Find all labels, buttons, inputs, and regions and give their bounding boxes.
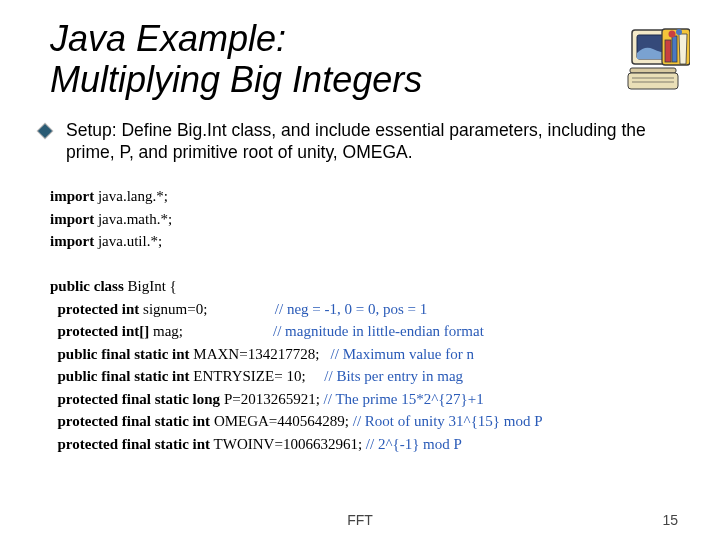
svg-rect-3: [628, 73, 678, 89]
keyword: protected final static int: [58, 413, 211, 429]
comment: // magnitude in little-endian format: [273, 323, 484, 339]
code-text: mag;: [153, 323, 183, 339]
keyword: import: [50, 188, 94, 204]
title-line-2: Multiplying Big Integers: [50, 59, 422, 100]
code-text: TWOINV=1006632961;: [214, 436, 362, 452]
footer-label: FFT: [0, 512, 720, 528]
bullet-item: Setup: Define Big.Int class, and include…: [40, 120, 680, 164]
bullet-diamond-icon: [38, 124, 52, 138]
code-text: ENTRYSIZE= 10;: [193, 368, 305, 384]
comment: // neg = -1, 0 = 0, pos = 1: [275, 301, 427, 317]
title-line-1: Java Example:: [50, 18, 286, 59]
keyword: import: [50, 211, 94, 227]
keyword: protected final static int: [58, 436, 211, 452]
comment: // 2^{-1} mod P: [366, 436, 462, 452]
code-text: OMEGA=440564289;: [214, 413, 349, 429]
keyword: public final static int: [58, 346, 190, 362]
keyword: protected int[]: [58, 323, 150, 339]
svg-point-10: [676, 29, 682, 35]
comment: // Bits per entry in mag: [324, 368, 463, 384]
keyword: protected final static long: [58, 391, 221, 407]
keyword: public class: [50, 278, 124, 294]
code-text: java.lang.*;: [98, 188, 168, 204]
page-number: 15: [662, 512, 678, 528]
code-text: P=2013265921;: [224, 391, 320, 407]
keyword: public final static int: [58, 368, 190, 384]
code-text: BigInt {: [128, 278, 177, 294]
svg-rect-8: [672, 36, 677, 62]
code-text: MAXN=134217728;: [193, 346, 319, 362]
computer-clipart-icon: [624, 24, 690, 104]
code-text: java.util.*;: [98, 233, 162, 249]
svg-rect-7: [665, 40, 671, 62]
page-title: Java Example: Multiplying Big Integers: [50, 18, 422, 101]
bullet-text: Setup: Define Big.Int class, and include…: [66, 120, 680, 164]
svg-point-9: [669, 31, 676, 38]
code-text: java.math.*;: [98, 211, 172, 227]
svg-rect-2: [630, 68, 676, 73]
code-text: signum=0;: [143, 301, 207, 317]
keyword: import: [50, 233, 94, 249]
comment: // Root of unity 31^{15} mod P: [353, 413, 543, 429]
keyword: protected int: [58, 301, 140, 317]
comment: // The prime 15*2^{27}+1: [324, 391, 484, 407]
comment: // Maximum value for n: [331, 346, 474, 362]
code-block: import java.lang.*; import java.math.*; …: [50, 185, 543, 455]
